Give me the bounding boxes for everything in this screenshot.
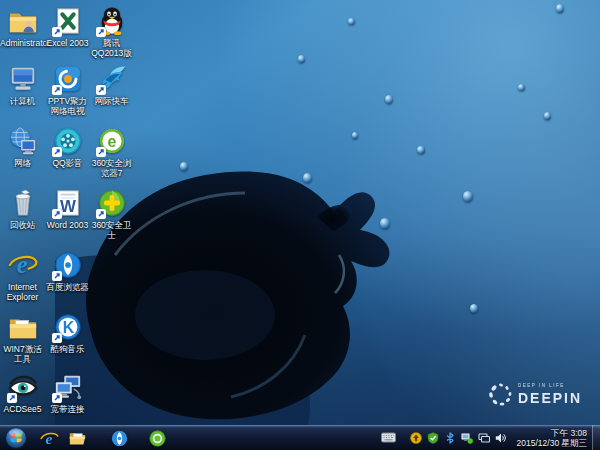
deepin-tagline: DEEP IN LIFE: [518, 384, 582, 389]
word-icon: W: [53, 188, 83, 218]
shortcut-arrow-icon: [96, 209, 106, 219]
shortcut-arrow-icon: [52, 209, 62, 219]
desktop-icon-word-2003[interactable]: W Word 2003: [45, 188, 90, 230]
deepin-logo: DEEP IN LIFE DEEPIN: [487, 381, 582, 408]
ie-icon: e: [8, 250, 38, 280]
icon-label: 百度浏览器: [45, 282, 90, 292]
taskbar: e: [0, 425, 600, 450]
green-e-browser-icon: e: [97, 126, 127, 156]
icon-label: 网络: [0, 158, 45, 168]
shortcut-arrow-icon: [7, 393, 17, 403]
tray-network-icon[interactable]: [459, 425, 474, 450]
icon-label: 360安全卫士: [89, 220, 134, 240]
desktop-icon-administrator[interactable]: Administrator: [0, 6, 45, 48]
desktop-icon-kugou-music[interactable]: K 酷狗音乐: [45, 312, 90, 354]
computer-icon: [8, 64, 38, 94]
clock-time: 下午 3:08: [513, 428, 587, 438]
user-folder-icon: [8, 6, 38, 36]
tray-display-icon[interactable]: [476, 425, 491, 450]
taskbar-360-browser-button[interactable]: [143, 427, 171, 450]
desktop-icon-360-browser[interactable]: e 360安全浏览器7: [89, 126, 134, 178]
shortcut-arrow-icon: [96, 85, 106, 95]
green-browser-icon: [148, 429, 167, 448]
icon-label: 回收站: [0, 220, 45, 230]
icon-label: Administrator: [0, 38, 45, 48]
icon-label: ACDSee5: [0, 404, 45, 414]
desktop-icon-broadband-connection[interactable]: 宽带连接: [45, 372, 90, 414]
deepin-swirl-icon: [487, 381, 514, 408]
desktop-icon-excel-2003[interactable]: Excel 2003: [45, 6, 90, 48]
ie-icon: e: [40, 429, 59, 448]
shortcut-arrow-icon: [96, 147, 106, 157]
taskbar-ie-button[interactable]: e: [35, 427, 63, 450]
recycle-bin-icon: [8, 188, 38, 218]
taskbar-baidu-browser-button[interactable]: [105, 427, 133, 450]
desktop-icon-computer[interactable]: 计算机: [0, 64, 45, 106]
svg-text:W: W: [60, 197, 76, 216]
broadband-icon: [53, 372, 83, 402]
icon-label: WIN7激活工具: [0, 344, 45, 364]
icon-label: 网际快车: [89, 96, 134, 106]
blue-compass-icon: [110, 429, 129, 448]
desktop-icon-network[interactable]: 网络: [0, 126, 45, 168]
shortcut-arrow-icon: [52, 85, 62, 95]
shortcut-arrow-icon: [52, 271, 62, 281]
shortcut-arrow-icon: [52, 147, 62, 157]
shortcut-arrow-icon: [52, 27, 62, 37]
pptv-icon: [53, 64, 83, 94]
icon-label: 计算机: [0, 96, 45, 106]
desktop-icon-tencent-qq[interactable]: 腾讯QQ2013版: [89, 6, 134, 58]
clock-date: 2015/12/30 星期三: [513, 438, 587, 448]
network-globe-icon: [8, 126, 38, 156]
hummingbird-icon: [97, 64, 127, 94]
tray-keyboard-icon[interactable]: [379, 425, 397, 450]
qq-penguin-icon: [97, 6, 127, 36]
blue-compass-icon: [53, 250, 83, 280]
icon-label: Word 2003: [45, 220, 90, 230]
icon-label: QQ影音: [45, 158, 90, 168]
shortcut-arrow-icon: [52, 393, 62, 403]
shortcut-arrow-icon: [52, 333, 62, 343]
start-button[interactable]: [5, 427, 27, 449]
deepin-brand-name: DEEPIN: [518, 391, 582, 405]
desktop-icon-qq-player[interactable]: QQ影音: [45, 126, 90, 168]
desktop-icon-internet-explorer[interactable]: e Internet Explorer: [0, 250, 45, 302]
desktop-wallpaper: DEEP IN LIFE DEEPIN Administrator Excel …: [0, 0, 600, 450]
shortcut-arrow-icon: [96, 27, 106, 37]
eye-icon: [8, 372, 38, 402]
film-reel-icon: [53, 126, 83, 156]
show-desktop-button[interactable]: [592, 425, 600, 450]
icon-label: Internet Explorer: [0, 282, 45, 302]
svg-text:e: e: [16, 251, 27, 278]
icon-label: Excel 2003: [45, 38, 90, 48]
desktop-icon-baidu-browser[interactable]: 百度浏览器: [45, 250, 90, 292]
desktop-icon-win7-activator-folder[interactable]: WIN7激活工具: [0, 312, 45, 364]
green-shield-plus-icon: [97, 188, 127, 218]
icon-label: PPTV聚力 网络电视: [45, 96, 90, 116]
tray-security-shield-icon[interactable]: [425, 425, 440, 450]
desktop-icon-acdsee5[interactable]: ACDSee5: [0, 372, 45, 414]
tray-bluetooth-icon[interactable]: [442, 425, 457, 450]
desktop-icon-flashget[interactable]: 网际快车: [89, 64, 134, 106]
tray-volume-icon[interactable]: [493, 425, 508, 450]
excel-icon: [53, 6, 83, 36]
explorer-folder-icon: [68, 429, 87, 448]
svg-text:e: e: [45, 429, 52, 446]
desktop-icon-recycle-bin[interactable]: 回收站: [0, 188, 45, 230]
taskbar-clock[interactable]: 下午 3:08 2015/12/30 星期三: [509, 428, 592, 448]
system-tray: 下午 3:08 2015/12/30 星期三: [378, 425, 600, 450]
icon-label: 宽带连接: [45, 404, 90, 414]
icon-label: 酷狗音乐: [45, 344, 90, 354]
taskbar-explorer-button[interactable]: [63, 427, 91, 450]
tray-update-icon[interactable]: [408, 425, 423, 450]
folder-icon: [8, 312, 38, 342]
svg-text:e: e: [107, 133, 116, 150]
icon-label: 腾讯QQ2013版: [89, 38, 134, 58]
desktop-icon-pptv[interactable]: PPTV聚力 网络电视: [45, 64, 90, 116]
icon-label: 360安全浏览器7: [89, 158, 134, 178]
svg-text:K: K: [62, 319, 74, 336]
kugou-k-icon: K: [53, 312, 83, 342]
desktop-icon-360-safe[interactable]: 360安全卫士: [89, 188, 134, 240]
